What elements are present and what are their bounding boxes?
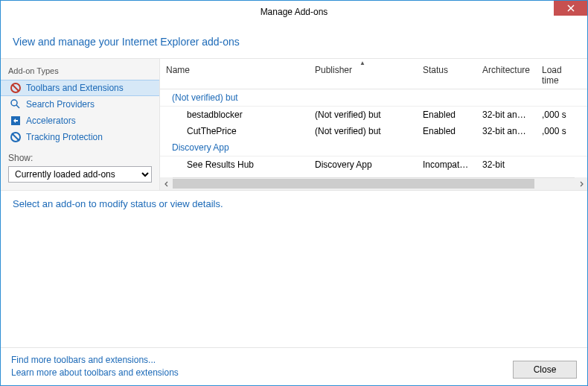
window-close-button[interactable] [554, 1, 587, 16]
link-find-more[interactable]: Find more toolbars and extensions... [11, 354, 513, 367]
accelerator-icon [10, 115, 22, 127]
horizontal-scrollbar[interactable] [160, 177, 587, 190]
sidebar-types-label: Add-on Types [1, 63, 159, 80]
detail-pane: Select an add-on to modify status or vie… [1, 190, 587, 217]
sidebar-item-search-providers[interactable]: Search Providers [1, 96, 159, 113]
grid-header: Name Publisher ▲ Status Architecture Loa… [160, 59, 587, 89]
cell-status: Incompatible [417, 158, 476, 171]
tracking-protection-icon [10, 131, 22, 143]
cell-publisher: (Not verified) but [309, 124, 417, 138]
cell-architecture: 32-bit and ... [476, 108, 536, 121]
cell-name: See Results Hub [160, 158, 309, 171]
table-row[interactable]: See Results Hub Discovery App Incompatib… [160, 156, 587, 173]
svg-point-1 [11, 100, 17, 106]
sidebar-item-tracking-protection[interactable]: Tracking Protection [1, 129, 159, 145]
scroll-right-button[interactable] [575, 177, 587, 190]
close-icon [567, 4, 575, 12]
column-header-publisher[interactable]: Publisher ▲ [309, 62, 417, 89]
window-title: Manage Add-ons [1, 7, 587, 17]
column-header-architecture[interactable]: Architecture [476, 62, 536, 89]
cell-load-time: ,000 s [536, 124, 581, 138]
sidebar-item-accelerators[interactable]: Accelerators [1, 113, 159, 129]
sort-indicator-icon: ▲ [359, 60, 365, 66]
detail-message: Select an add-on to modify status or vie… [13, 198, 575, 209]
spacer [1, 217, 587, 348]
sidebar-item-label: Search Providers [26, 99, 95, 110]
scroll-track[interactable] [173, 177, 575, 190]
cell-publisher: Discovery App [309, 158, 417, 171]
show-dropdown[interactable]: Currently loaded add-ons [8, 166, 152, 183]
cell-architecture: 32-bit and ... [476, 124, 536, 138]
link-learn-more[interactable]: Learn more about toolbars and extensions [11, 367, 513, 379]
cell-load-time: ,000 s [536, 108, 581, 121]
scroll-thumb[interactable] [173, 179, 534, 189]
cell-status: Enabled [417, 108, 476, 121]
column-header-load-time[interactable]: Load time [536, 62, 581, 89]
cell-status: Enabled [417, 124, 476, 138]
search-icon [10, 98, 22, 110]
group-row[interactable]: Discovery App [160, 139, 587, 156]
sidebar-item-label: Toolbars and Extensions [26, 83, 124, 93]
cell-name: bestadblocker [160, 108, 309, 121]
content: Name Publisher ▲ Status Architecture Loa… [160, 59, 587, 190]
show-label: Show: [1, 145, 159, 165]
cell-architecture: 32-bit [476, 158, 536, 171]
cell-publisher: (Not verified) but [309, 108, 417, 121]
column-header-name[interactable]: Name [160, 62, 309, 89]
table-row[interactable]: bestadblocker (Not verified) but Enabled… [160, 107, 587, 123]
cell-load-time [536, 158, 581, 171]
window-body: View and manage your Internet Explorer a… [0, 22, 588, 386]
sidebar-item-toolbars-extensions[interactable]: Toolbars and Extensions [1, 80, 159, 96]
cell-name: CutThePrice [160, 124, 309, 138]
column-header-publisher-label: Publisher [315, 65, 352, 75]
sidebar: Add-on Types Toolbars and Extensions Sea… [1, 59, 160, 190]
main-area: Add-on Types Toolbars and Extensions Sea… [1, 58, 587, 190]
footer-links: Find more toolbars and extensions... Lea… [11, 354, 513, 379]
column-header-status[interactable]: Status [417, 62, 476, 89]
page-title: View and manage your Internet Explorer a… [13, 36, 575, 48]
group-row[interactable]: (Not verified) but [160, 89, 587, 107]
chevron-left-icon [164, 181, 170, 187]
titlebar[interactable]: Manage Add-ons [0, 0, 588, 22]
grid-body: (Not verified) but bestadblocker (Not ve… [160, 89, 587, 177]
toolbar-icon [10, 82, 22, 94]
sidebar-item-label: Tracking Protection [26, 132, 103, 142]
footer: Find more toolbars and extensions... Lea… [1, 347, 587, 385]
close-button[interactable]: Close [513, 361, 577, 379]
table-row[interactable]: CutThePrice (Not verified) but Enabled 3… [160, 123, 587, 139]
sidebar-item-label: Accelerators [26, 116, 76, 126]
chevron-right-icon [578, 181, 584, 187]
scroll-left-button[interactable] [160, 177, 173, 190]
header: View and manage your Internet Explorer a… [1, 22, 587, 58]
